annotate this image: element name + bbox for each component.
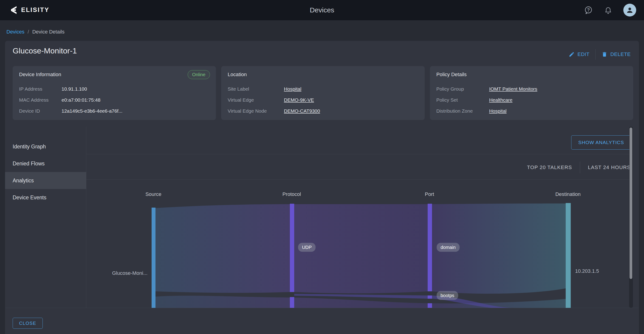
show-analytics-button[interactable]: SHOW ANALYTICS (571, 135, 631, 150)
person-icon (626, 6, 634, 14)
sankey-column-protocol: Protocol (282, 191, 301, 197)
virtual-edge-node-link[interactable]: DEMO-CAT9300 (284, 108, 320, 114)
delete-label: DELETE (610, 51, 631, 57)
analytics-panel: SHOW ANALYTICS TOP 20 TALKERS LAST 24 HO… (86, 127, 639, 308)
policy-details-title: Policy Details (436, 72, 627, 78)
ip-address-row: IP Address 10.91.1.100 (19, 83, 210, 95)
header-actions: EDIT DELETE (569, 49, 631, 60)
policy-set-row: Policy Set Healthcare (436, 95, 627, 106)
distribution-zone-label: Distribution Zone (436, 108, 489, 114)
notifications-bell-icon[interactable] (604, 5, 613, 15)
tab-device-events[interactable]: Device Events (5, 189, 86, 206)
virtual-edge-label: Virtual Edge (228, 97, 284, 103)
edit-label: EDIT (578, 51, 589, 57)
sankey-column-port: Port (425, 191, 434, 197)
breadcrumb: Devices / Device Details (6, 27, 64, 37)
distribution-zone-row: Distribution Zone Hospital (436, 106, 627, 117)
virtual-edge-row: Virtual Edge DEMO-9K-VE (228, 95, 418, 106)
delete-button[interactable]: DELETE (602, 51, 631, 57)
device-id-row: Device ID 12a149c5-e3b6-4ee6-a76f... (19, 106, 210, 117)
device-name-heading: Glucose-Monitor-1 (13, 46, 77, 55)
close-button[interactable]: CLOSE (13, 318, 43, 329)
elisity-logo-icon (9, 5, 18, 15)
device-information-card: Device Information Online IP Address 10.… (13, 66, 216, 120)
site-label-row: Site Label Hospital (228, 83, 418, 95)
card-footer: CLOSE (5, 308, 639, 334)
location-title: Location (228, 72, 418, 78)
policy-details-card: Policy Details Policy Group IOMT Patient… (430, 66, 633, 120)
sankey-node-port-lower[interactable] (428, 303, 432, 308)
device-details-page: ELISITY Devices ? (0, 0, 644, 334)
help-glyph: ? (587, 7, 590, 12)
account-avatar[interactable] (623, 4, 636, 16)
pencil-icon (569, 51, 575, 57)
analytics-filters: TOP 20 TALKERS LAST 24 HOURS (527, 161, 631, 174)
sankey-diagram[interactable] (86, 203, 633, 308)
flow-udp-ports-secondary[interactable] (294, 298, 428, 308)
site-label-link[interactable]: Hospital (284, 86, 301, 92)
scrollbar-thumb[interactable] (630, 128, 632, 279)
sankey-node-source[interactable] (152, 208, 156, 308)
trash-icon (602, 51, 608, 57)
flow-source-udp-secondary[interactable] (156, 296, 290, 308)
location-card: Location Site Label Hospital Virtual Edg… (221, 66, 424, 120)
distribution-zone-link[interactable]: Hospital (489, 108, 507, 114)
device-details-card: Glucose-Monitor-1 EDIT DELETE Device Inf… (5, 41, 639, 334)
sankey-node-destination[interactable] (566, 203, 571, 308)
device-id-label: Device ID (19, 108, 62, 114)
topbar: ELISITY Devices ? (0, 0, 644, 20)
device-id-value: 12a149c5-e3b6-4ee6-a76f... (62, 108, 122, 114)
mac-address-value: e0:a7:00:01:75:48 (62, 97, 100, 103)
topbar-actions: ? (584, 0, 636, 20)
flow-source-udp[interactable] (156, 204, 290, 293)
ip-address-label: IP Address (19, 86, 62, 92)
policy-set-link[interactable]: Healthcare (489, 97, 513, 103)
breadcrumb-current: Device Details (32, 29, 64, 35)
tab-identity-graph[interactable]: Identity Graph (5, 138, 86, 155)
sankey-column-destination: Destination (555, 191, 580, 197)
breadcrumb-separator: / (28, 29, 29, 35)
tab-analytics[interactable]: Analytics (5, 172, 86, 189)
policy-set-label: Policy Set (436, 97, 489, 103)
policy-group-row: Policy Group IOMT Patient Monitors (436, 83, 627, 95)
flow-udp-bootps[interactable] (294, 294, 428, 299)
policy-group-link[interactable]: IOMT Patient Monitors (489, 86, 538, 92)
help-icon[interactable]: ? (584, 5, 593, 15)
time-range-filter[interactable]: LAST 24 HOURS (588, 165, 631, 170)
mac-address-row: MAC Address e0:a7:00:01:75:48 (19, 95, 210, 106)
sankey-domain-pill[interactable]: domain (436, 243, 460, 252)
mac-address-label: MAC Address (19, 97, 62, 103)
virtual-edge-link[interactable]: DEMO-9K-VE (284, 97, 314, 103)
sankey-column-source: Source (146, 191, 162, 197)
page-title: Devices (310, 6, 334, 14)
sankey-udp-pill[interactable]: UDP (298, 243, 316, 252)
online-status-badge: Online (188, 70, 210, 79)
virtual-edge-node-label: Virtual Edge Node (228, 108, 284, 114)
breadcrumb-devices-link[interactable]: Devices (6, 29, 24, 35)
separator (86, 179, 633, 180)
policy-group-label: Policy Group (436, 86, 489, 92)
device-information-title: Device Information (19, 72, 210, 78)
ip-address-value: 10.91.1.100 (62, 86, 87, 92)
brand-logo[interactable]: ELISITY (0, 5, 50, 15)
sankey-source-label: Glucose-Moni... (86, 270, 148, 276)
edit-button[interactable]: EDIT (569, 51, 589, 57)
brand-name: ELISITY (21, 6, 50, 13)
sankey-node-udp[interactable] (290, 204, 294, 292)
sankey-destination-label: 10.203.1.5 (575, 268, 599, 274)
sankey-node-bootps[interactable] (428, 296, 432, 299)
actions-divider (595, 49, 596, 60)
sankey-bootps-pill[interactable]: bootps (436, 291, 458, 300)
site-label-label: Site Label (228, 86, 284, 92)
sankey-node-domain[interactable] (428, 204, 432, 291)
tab-denied-flows[interactable]: Denied Flows (5, 155, 86, 172)
virtual-edge-node-row: Virtual Edge Node DEMO-CAT9300 (228, 106, 418, 117)
top-talkers-filter[interactable]: TOP 20 TALKERS (527, 165, 572, 170)
summary-cards: Device Information Online IP Address 10.… (13, 66, 633, 120)
sankey-node-udp-lower[interactable] (290, 297, 294, 308)
detail-tabs-sidebar: Identity Graph Denied Flows Analytics De… (5, 127, 86, 308)
filters-divider (580, 162, 580, 173)
